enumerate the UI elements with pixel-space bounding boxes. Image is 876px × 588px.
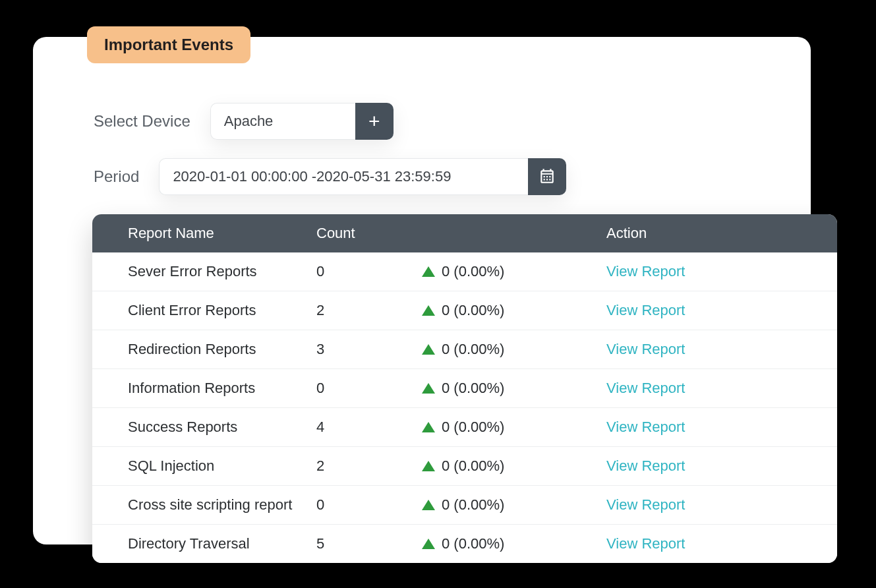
calendar-button[interactable] [528,158,566,195]
report-name: Cross site scripting report [92,496,316,514]
important-events-badge: Important Events [87,26,250,63]
action-cell: View Report [606,380,837,397]
change-value: 0 (0.00%) [442,341,504,358]
view-report-link[interactable]: View Report [606,263,685,279]
trend-up-icon [422,383,435,394]
report-count: 0 [316,380,422,397]
table-header: Report Name Count Action [92,214,837,252]
report-count: 2 [316,457,422,475]
action-cell: View Report [606,263,837,280]
change-value: 0 (0.00%) [442,457,504,475]
calendar-icon [539,167,556,187]
report-name: Sever Error Reports [92,263,316,280]
change-value: 0 (0.00%) [442,263,504,280]
period-row: Period 2020-01-01 00:00:00 -2020-05-31 2… [94,158,778,195]
table-row: Redirection Reports30 (0.00%)View Report [92,330,837,369]
change-value: 0 (0.00%) [442,380,504,397]
report-change: 0 (0.00%) [422,419,606,436]
report-count: 2 [316,302,422,319]
report-change: 0 (0.00%) [422,380,606,397]
table-row: Sever Error Reports00 (0.00%)View Report [92,252,837,291]
device-label: Select Device [94,112,190,131]
table-row: Cross site scripting report00 (0.00%)Vie… [92,486,837,525]
add-device-button[interactable]: + [355,103,394,140]
table-row: Information Reports00 (0.00%)View Report [92,369,837,408]
report-change: 0 (0.00%) [422,341,606,358]
controls-section: Select Device Apache + Period 2020-01-01… [94,103,778,195]
report-change: 0 (0.00%) [422,302,606,319]
report-count: 0 [316,263,422,280]
table-row: Directory Traversal50 (0.00%)View Report [92,525,837,563]
report-name: Directory Traversal [92,535,316,552]
report-change: 0 (0.00%) [422,263,606,280]
report-change: 0 (0.00%) [422,496,606,514]
report-count: 0 [316,496,422,514]
column-header-count: Count [316,225,422,242]
view-report-link[interactable]: View Report [606,341,685,357]
view-report-link[interactable]: View Report [606,419,685,435]
device-select[interactable]: Apache [210,103,355,140]
table-row: Success Reports40 (0.00%)View Report [92,408,837,447]
action-cell: View Report [606,457,837,475]
report-name: Client Error Reports [92,302,316,319]
view-report-link[interactable]: View Report [606,496,685,513]
device-field-group: Apache + [210,103,394,140]
trend-up-icon [422,539,435,549]
change-value: 0 (0.00%) [442,535,504,552]
report-change: 0 (0.00%) [422,457,606,475]
view-report-link[interactable]: View Report [606,535,685,552]
column-header-name: Report Name [92,225,316,242]
action-cell: View Report [606,341,837,358]
report-name: Redirection Reports [92,341,316,358]
period-input[interactable]: 2020-01-01 00:00:00 -2020-05-31 23:59:59 [159,158,528,195]
trend-up-icon [422,422,435,432]
report-name: SQL Injection [92,457,316,475]
period-field-group: 2020-01-01 00:00:00 -2020-05-31 23:59:59 [159,158,566,195]
trend-up-icon [422,461,435,471]
table-row: SQL Injection20 (0.00%)View Report [92,447,837,486]
report-count: 4 [316,419,422,436]
table-body: Sever Error Reports00 (0.00%)View Report… [92,252,837,563]
trend-up-icon [422,266,435,277]
change-value: 0 (0.00%) [442,496,504,514]
report-count: 3 [316,341,422,358]
report-change: 0 (0.00%) [422,535,606,552]
column-header-action: Action [606,225,837,242]
change-value: 0 (0.00%) [442,302,504,319]
view-report-link[interactable]: View Report [606,380,685,396]
table-row: Client Error Reports20 (0.00%)View Repor… [92,291,837,330]
view-report-link[interactable]: View Report [606,457,685,474]
report-name: Success Reports [92,419,316,436]
view-report-link[interactable]: View Report [606,302,685,318]
period-label: Period [94,167,139,186]
trend-up-icon [422,305,435,316]
device-row: Select Device Apache + [94,103,778,140]
change-value: 0 (0.00%) [442,419,504,436]
trend-up-icon [422,500,435,510]
trend-up-icon [422,344,435,355]
action-cell: View Report [606,302,837,319]
report-count: 5 [316,535,422,552]
reports-table: Report Name Count Action Sever Error Rep… [92,214,837,563]
plus-icon: + [368,111,380,131]
action-cell: View Report [606,496,837,514]
action-cell: View Report [606,419,837,436]
report-name: Information Reports [92,380,316,397]
action-cell: View Report [606,535,837,552]
